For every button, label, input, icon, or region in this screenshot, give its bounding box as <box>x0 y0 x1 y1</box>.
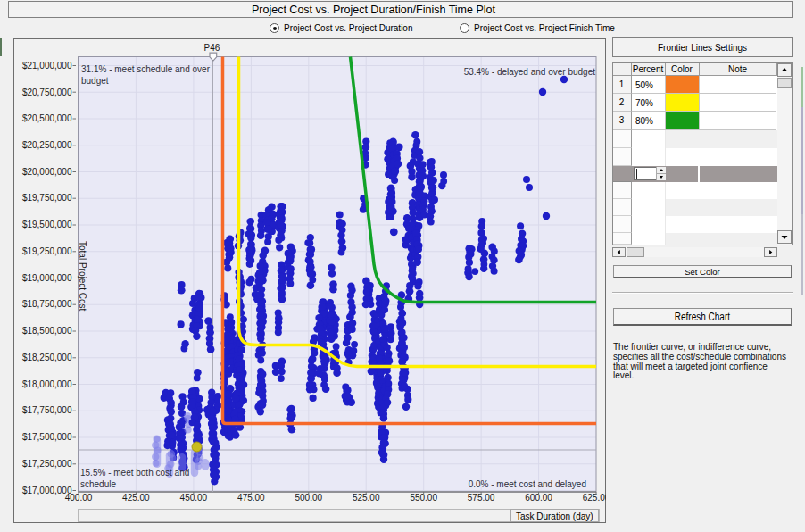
svg-text:625.00: 625.00 <box>583 493 606 503</box>
svg-text:$17,250,000: $17,250,000 <box>22 459 72 469</box>
svg-text:$19,250,000: $19,250,000 <box>22 246 72 256</box>
svg-text:$18,000,000: $18,000,000 <box>22 379 72 389</box>
svg-text:Total Project Cost: Total Project Cost <box>78 241 87 312</box>
svg-text:$18,250,000: $18,250,000 <box>22 353 72 362</box>
svg-text:$18,500,000: $18,500,000 <box>22 326 72 336</box>
svg-text:$19,750,000: $19,750,000 <box>22 193 72 203</box>
svg-text:$20,250,000: $20,250,000 <box>22 140 72 150</box>
svg-text:0.0% - meet cost and delayed: 0.0% - meet cost and delayed <box>469 479 586 489</box>
svg-text:$17,750,000: $17,750,000 <box>22 405 72 415</box>
svg-text:$20,750,000: $20,750,000 <box>22 87 72 97</box>
svg-text:$19,500,000: $19,500,000 <box>22 220 72 229</box>
svg-text:budget: budget <box>81 76 109 86</box>
svg-text:31.1% - meet schedule and over: 31.1% - meet schedule and over <box>81 64 211 74</box>
svg-text:53.4% - delayed and over budge: 53.4% - delayed and over budget <box>464 67 596 77</box>
svg-text:15.5% - meet both cost and: 15.5% - meet both cost and <box>80 468 189 478</box>
svg-text:$20,500,000: $20,500,000 <box>22 113 72 123</box>
svg-text:$19,000,000: $19,000,000 <box>22 273 72 283</box>
svg-text:$21,000,000: $21,000,000 <box>22 61 72 71</box>
svg-text:P46: P46 <box>204 43 220 53</box>
svg-text:schedule: schedule <box>80 479 116 489</box>
svg-text:$17,500,000: $17,500,000 <box>22 432 72 442</box>
svg-text:$18,750,000: $18,750,000 <box>22 299 72 309</box>
svg-text:$20,000,000: $20,000,000 <box>22 167 72 177</box>
